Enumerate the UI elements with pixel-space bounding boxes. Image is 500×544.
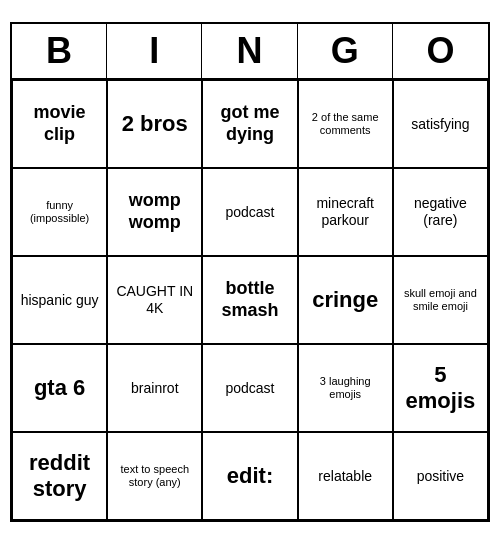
bingo-letter-B: B: [12, 24, 107, 78]
bingo-cell-1: 2 bros: [107, 80, 202, 168]
bingo-cell-15: gta 6: [12, 344, 107, 432]
bingo-cell-20: reddit story: [12, 432, 107, 520]
bingo-cell-5: funny (impossible): [12, 168, 107, 256]
bingo-cell-18: 3 laughing emojis: [298, 344, 393, 432]
bingo-letter-N: N: [202, 24, 297, 78]
bingo-cell-4: satisfying: [393, 80, 488, 168]
bingo-cell-21: text to speech story (any): [107, 432, 202, 520]
bingo-cell-10: hispanic guy: [12, 256, 107, 344]
bingo-cell-11: CAUGHT IN 4K: [107, 256, 202, 344]
bingo-card: BINGO movie clip2 brosgot me dying2 of t…: [10, 22, 490, 522]
bingo-cell-6: womp womp: [107, 168, 202, 256]
bingo-cell-24: positive: [393, 432, 488, 520]
bingo-cell-22: edit:: [202, 432, 297, 520]
bingo-cell-3: 2 of the same comments: [298, 80, 393, 168]
bingo-cell-23: relatable: [298, 432, 393, 520]
bingo-cell-2: got me dying: [202, 80, 297, 168]
bingo-cell-7: podcast: [202, 168, 297, 256]
bingo-cell-16: brainrot: [107, 344, 202, 432]
bingo-cell-12: bottle smash: [202, 256, 297, 344]
bingo-cell-8: minecraft parkour: [298, 168, 393, 256]
bingo-cell-14: skull emoji and smile emoji: [393, 256, 488, 344]
bingo-letter-O: O: [393, 24, 488, 78]
bingo-grid: movie clip2 brosgot me dying2 of the sam…: [12, 80, 488, 520]
bingo-letter-I: I: [107, 24, 202, 78]
bingo-cell-13: cringe: [298, 256, 393, 344]
bingo-cell-19: 5 emojis: [393, 344, 488, 432]
bingo-header: BINGO: [12, 24, 488, 80]
bingo-cell-9: negative (rare): [393, 168, 488, 256]
bingo-letter-G: G: [298, 24, 393, 78]
bingo-cell-17: podcast: [202, 344, 297, 432]
bingo-cell-0: movie clip: [12, 80, 107, 168]
